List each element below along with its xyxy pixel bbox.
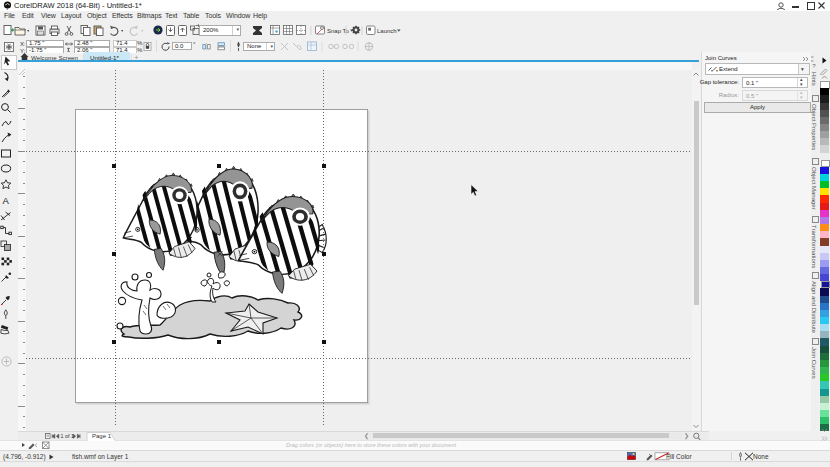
svg-text:A: A (3, 195, 10, 206)
svg-text:Launch: Launch (377, 28, 397, 34)
svg-text:1 of 1: 1 of 1 (61, 433, 75, 439)
